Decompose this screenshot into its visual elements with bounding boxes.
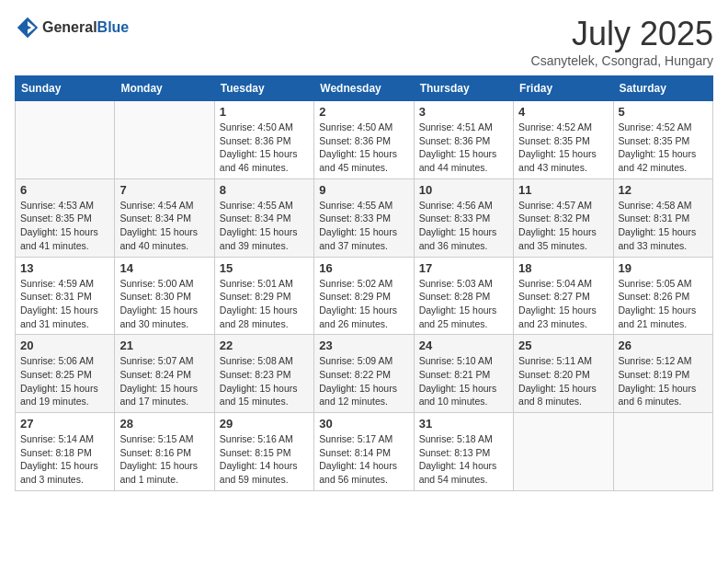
- day-info: Sunrise: 5:07 AM Sunset: 8:24 PM Dayligh…: [119, 354, 209, 408]
- calendar-cell: [16, 101, 115, 179]
- calendar-cell: 1Sunrise: 4:50 AM Sunset: 8:36 PM Daylig…: [214, 101, 313, 179]
- day-number: 26: [619, 339, 708, 352]
- day-number: 2: [319, 105, 408, 119]
- day-number: 21: [119, 339, 209, 352]
- day-number: 18: [518, 261, 608, 275]
- calendar-week-row: 13Sunrise: 4:59 AM Sunset: 8:31 PM Dayli…: [16, 257, 713, 335]
- calendar-week-row: 27Sunrise: 5:14 AM Sunset: 8:18 PM Dayli…: [16, 413, 713, 491]
- day-number: 13: [20, 261, 109, 275]
- day-info: Sunrise: 5:05 AM Sunset: 8:26 PM Dayligh…: [619, 277, 708, 331]
- day-info: Sunrise: 5:01 AM Sunset: 8:29 PM Dayligh…: [220, 277, 309, 331]
- calendar-cell: 30Sunrise: 5:17 AM Sunset: 8:14 PM Dayli…: [314, 413, 414, 491]
- calendar-cell: 26Sunrise: 5:12 AM Sunset: 8:19 PM Dayli…: [613, 335, 712, 413]
- calendar-week-row: 20Sunrise: 5:06 AM Sunset: 8:25 PM Dayli…: [16, 335, 713, 413]
- day-info: Sunrise: 4:52 AM Sunset: 8:35 PM Dayligh…: [518, 121, 608, 175]
- day-info: Sunrise: 5:06 AM Sunset: 8:25 PM Dayligh…: [20, 354, 109, 408]
- weekday-header-friday: Friday: [514, 76, 613, 101]
- calendar-cell: [514, 413, 613, 491]
- day-number: 1: [220, 105, 309, 119]
- calendar-cell: 18Sunrise: 5:04 AM Sunset: 8:27 PM Dayli…: [514, 257, 613, 335]
- weekday-header-sunday: Sunday: [16, 76, 115, 101]
- day-info: Sunrise: 5:14 AM Sunset: 8:18 PM Dayligh…: [20, 432, 109, 487]
- calendar-week-row: 6Sunrise: 4:53 AM Sunset: 8:35 PM Daylig…: [16, 178, 713, 257]
- day-info: Sunrise: 4:54 AM Sunset: 8:34 PM Dayligh…: [119, 199, 209, 253]
- day-info: Sunrise: 5:15 AM Sunset: 8:16 PM Dayligh…: [119, 432, 209, 487]
- month-title: July 2025: [531, 15, 713, 53]
- day-info: Sunrise: 5:17 AM Sunset: 8:14 PM Dayligh…: [319, 432, 408, 487]
- day-info: Sunrise: 5:08 AM Sunset: 8:23 PM Dayligh…: [220, 354, 309, 408]
- calendar-cell: 10Sunrise: 4:56 AM Sunset: 8:33 PM Dayli…: [414, 178, 513, 257]
- calendar-cell: 7Sunrise: 4:54 AM Sunset: 8:34 PM Daylig…: [115, 178, 214, 257]
- day-info: Sunrise: 4:51 AM Sunset: 8:36 PM Dayligh…: [419, 121, 508, 175]
- day-number: 10: [419, 183, 508, 197]
- day-number: 4: [518, 105, 608, 119]
- weekday-header-row: SundayMondayTuesdayWednesdayThursdayFrid…: [16, 76, 713, 101]
- day-info: Sunrise: 4:53 AM Sunset: 8:35 PM Dayligh…: [20, 199, 109, 253]
- day-info: Sunrise: 5:00 AM Sunset: 8:30 PM Dayligh…: [119, 277, 209, 331]
- day-info: Sunrise: 4:59 AM Sunset: 8:31 PM Dayligh…: [20, 277, 109, 331]
- day-number: 29: [220, 417, 309, 431]
- day-info: Sunrise: 5:09 AM Sunset: 8:22 PM Dayligh…: [319, 354, 408, 408]
- day-info: Sunrise: 5:12 AM Sunset: 8:19 PM Dayligh…: [619, 354, 708, 408]
- day-info: Sunrise: 4:52 AM Sunset: 8:35 PM Dayligh…: [619, 121, 708, 175]
- day-info: Sunrise: 5:10 AM Sunset: 8:21 PM Dayligh…: [419, 354, 508, 408]
- day-number: 25: [518, 339, 608, 352]
- calendar-cell: 11Sunrise: 4:57 AM Sunset: 8:32 PM Dayli…: [514, 178, 613, 257]
- weekday-header-monday: Monday: [115, 76, 214, 101]
- calendar-cell: 8Sunrise: 4:55 AM Sunset: 8:34 PM Daylig…: [214, 178, 313, 257]
- page-header: General Blue July 2025 Csanytelek, Csong…: [15, 15, 713, 68]
- day-number: 30: [319, 417, 408, 431]
- day-number: 5: [619, 105, 708, 119]
- calendar-cell: 28Sunrise: 5:15 AM Sunset: 8:16 PM Dayli…: [115, 413, 214, 491]
- weekday-header-tuesday: Tuesday: [214, 76, 313, 101]
- day-info: Sunrise: 5:02 AM Sunset: 8:29 PM Dayligh…: [319, 277, 408, 331]
- day-info: Sunrise: 5:16 AM Sunset: 8:15 PM Dayligh…: [220, 432, 309, 487]
- day-number: 15: [220, 261, 309, 275]
- day-number: 23: [319, 339, 408, 352]
- day-info: Sunrise: 4:55 AM Sunset: 8:33 PM Dayligh…: [319, 199, 408, 253]
- day-number: 16: [319, 261, 408, 275]
- day-info: Sunrise: 4:57 AM Sunset: 8:32 PM Dayligh…: [518, 199, 608, 253]
- logo-icon: [15, 15, 40, 40]
- day-info: Sunrise: 4:58 AM Sunset: 8:31 PM Dayligh…: [619, 199, 708, 253]
- calendar-cell: 12Sunrise: 4:58 AM Sunset: 8:31 PM Dayli…: [613, 178, 712, 257]
- day-number: 6: [20, 183, 109, 197]
- day-number: 7: [119, 183, 209, 197]
- day-number: 20: [20, 339, 109, 352]
- day-number: 8: [220, 183, 309, 197]
- day-number: 12: [619, 183, 708, 197]
- calendar-cell: 9Sunrise: 4:55 AM Sunset: 8:33 PM Daylig…: [314, 178, 414, 257]
- location-text: Csanytelek, Csongrad, Hungary: [531, 53, 713, 68]
- day-number: 11: [518, 183, 608, 197]
- calendar-cell: 6Sunrise: 4:53 AM Sunset: 8:35 PM Daylig…: [16, 178, 115, 257]
- day-info: Sunrise: 5:04 AM Sunset: 8:27 PM Dayligh…: [518, 277, 608, 331]
- day-number: 27: [20, 417, 109, 431]
- calendar-cell: 29Sunrise: 5:16 AM Sunset: 8:15 PM Dayli…: [214, 413, 313, 491]
- calendar-cell: 22Sunrise: 5:08 AM Sunset: 8:23 PM Dayli…: [214, 335, 313, 413]
- day-number: 19: [619, 261, 708, 275]
- day-number: 31: [419, 417, 508, 431]
- title-block: July 2025 Csanytelek, Csongrad, Hungary: [531, 15, 713, 68]
- day-info: Sunrise: 5:11 AM Sunset: 8:20 PM Dayligh…: [518, 354, 608, 408]
- calendar-cell: 20Sunrise: 5:06 AM Sunset: 8:25 PM Dayli…: [16, 335, 115, 413]
- calendar-cell: 13Sunrise: 4:59 AM Sunset: 8:31 PM Dayli…: [16, 257, 115, 335]
- calendar-cell: 27Sunrise: 5:14 AM Sunset: 8:18 PM Dayli…: [16, 413, 115, 491]
- calendar-cell: 17Sunrise: 5:03 AM Sunset: 8:28 PM Dayli…: [414, 257, 513, 335]
- logo: General Blue: [15, 15, 129, 40]
- weekday-header-wednesday: Wednesday: [314, 76, 414, 101]
- calendar-cell: 23Sunrise: 5:09 AM Sunset: 8:22 PM Dayli…: [314, 335, 414, 413]
- day-info: Sunrise: 5:18 AM Sunset: 8:13 PM Dayligh…: [419, 432, 508, 487]
- calendar-cell: 2Sunrise: 4:50 AM Sunset: 8:36 PM Daylig…: [314, 101, 414, 179]
- calendar-cell: 16Sunrise: 5:02 AM Sunset: 8:29 PM Dayli…: [314, 257, 414, 335]
- calendar-cell: 31Sunrise: 5:18 AM Sunset: 8:13 PM Dayli…: [414, 413, 513, 491]
- weekday-header-thursday: Thursday: [414, 76, 513, 101]
- calendar-cell: [613, 413, 712, 491]
- calendar-week-row: 1Sunrise: 4:50 AM Sunset: 8:36 PM Daylig…: [16, 101, 713, 179]
- calendar-cell: [115, 101, 214, 179]
- calendar-cell: 5Sunrise: 4:52 AM Sunset: 8:35 PM Daylig…: [613, 101, 712, 179]
- day-number: 14: [119, 261, 209, 275]
- calendar-cell: 3Sunrise: 4:51 AM Sunset: 8:36 PM Daylig…: [414, 101, 513, 179]
- calendar-cell: 19Sunrise: 5:05 AM Sunset: 8:26 PM Dayli…: [613, 257, 712, 335]
- calendar-cell: 25Sunrise: 5:11 AM Sunset: 8:20 PM Dayli…: [514, 335, 613, 413]
- weekday-header-saturday: Saturday: [613, 76, 712, 101]
